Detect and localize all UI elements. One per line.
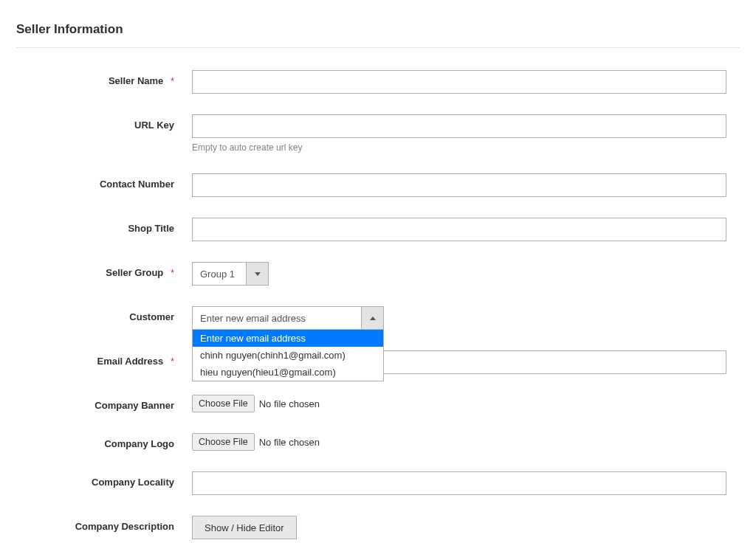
label-text: Company Locality: [92, 477, 174, 488]
seller-name-input[interactable]: [192, 70, 726, 94]
label-text: Contact Number: [100, 179, 174, 190]
customer-option[interactable]: chinh nguyen(chinh1@gmail.com): [193, 347, 383, 364]
label-seller-group: Seller Group *: [16, 262, 192, 278]
label-text: Company Description: [75, 521, 174, 532]
row-shop-title: Shop Title: [16, 218, 740, 241]
label-text: Company Logo: [104, 438, 174, 449]
section-title: Seller Information: [16, 22, 740, 48]
label-company-locality: Company Locality: [16, 471, 192, 488]
seller-group-value: Group 1: [193, 263, 246, 285]
label-company-banner: Company Banner: [16, 395, 192, 411]
customer-option[interactable]: hieu nguyen(hieu1@gmail.com): [193, 364, 383, 381]
label-text: Company Banner: [94, 400, 174, 411]
url-key-input[interactable]: [192, 114, 726, 138]
row-contact-number: Contact Number: [16, 173, 740, 197]
row-company-description: Company Description Show / Hide Editor: [16, 516, 740, 539]
chevron-down-icon: [255, 272, 261, 276]
row-customer: Customer Enter new email address chinh n…: [16, 306, 740, 330]
customer-dropdown-button[interactable]: [361, 307, 383, 329]
required-mark: *: [171, 267, 174, 278]
company-logo-choose-button[interactable]: Choose File: [192, 433, 255, 451]
contact-number-input[interactable]: [192, 173, 726, 197]
customer-dropdown: Enter new email address chinh nguyen(chi…: [192, 329, 384, 381]
required-mark: *: [171, 75, 174, 86]
row-seller-name: Seller Name *: [16, 70, 740, 94]
label-text: URL Key: [134, 120, 174, 131]
label-text: Seller Group: [106, 267, 163, 278]
company-logo-file-text: No file chosen: [259, 437, 320, 448]
shop-title-input[interactable]: [192, 218, 726, 241]
required-mark: *: [171, 356, 174, 367]
url-key-hint: Empty to auto create url key: [192, 142, 726, 153]
company-locality-input[interactable]: [192, 471, 726, 495]
label-seller-name: Seller Name *: [16, 70, 192, 86]
customer-combo[interactable]: [192, 306, 384, 330]
label-text: Email Address: [97, 356, 163, 367]
label-customer: Customer: [16, 306, 192, 322]
label-text: Customer: [129, 311, 174, 322]
row-seller-group: Seller Group * Group 1: [16, 262, 740, 286]
chevron-up-icon: [370, 317, 376, 320]
label-shop-title: Shop Title: [16, 218, 192, 234]
row-company-logo: Company Logo Choose File No file chosen: [16, 433, 740, 451]
row-company-locality: Company Locality: [16, 471, 740, 495]
show-hide-editor-button[interactable]: Show / Hide Editor: [192, 516, 297, 539]
label-email-address: Email Address *: [16, 350, 192, 367]
label-company-description: Company Description: [16, 516, 192, 532]
label-contact-number: Contact Number: [16, 173, 192, 190]
customer-input[interactable]: [193, 307, 361, 329]
label-text: Shop Title: [128, 223, 174, 234]
company-banner-file-text: No file chosen: [259, 398, 320, 409]
customer-option[interactable]: Enter new email address: [193, 330, 383, 347]
company-banner-choose-button[interactable]: Choose File: [192, 395, 255, 412]
seller-group-dropdown-button[interactable]: [246, 263, 268, 285]
seller-group-select[interactable]: Group 1: [192, 262, 269, 286]
row-url-key: URL Key Empty to auto create url key: [16, 114, 740, 153]
label-company-logo: Company Logo: [16, 433, 192, 449]
label-url-key: URL Key: [16, 114, 192, 131]
row-company-banner: Company Banner Choose File No file chose…: [16, 395, 740, 412]
label-text: Seller Name: [109, 75, 163, 86]
